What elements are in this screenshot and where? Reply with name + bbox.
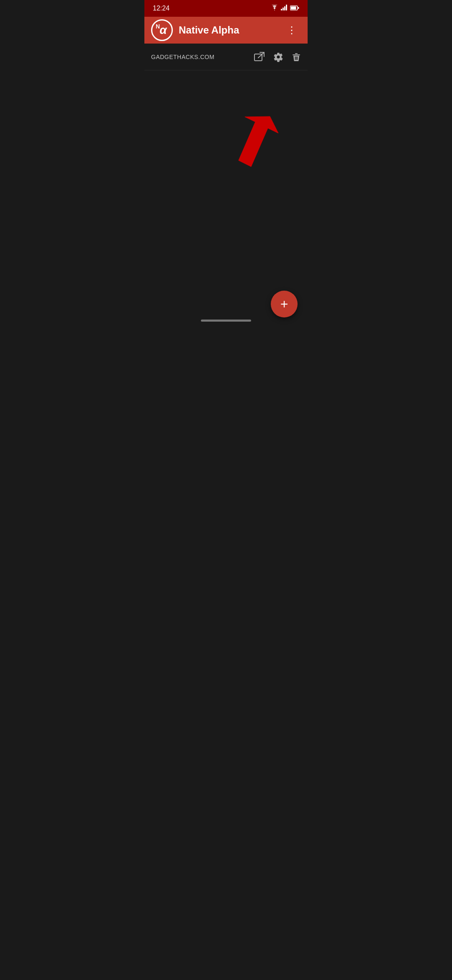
more-menu-button[interactable]: ⋮ [283,25,301,36]
app-title: Native Alpha [179,24,283,36]
site-url-label: GADGETHACKS.COM [151,54,254,60]
add-fab-icon: + [280,297,288,311]
app-bar: N α Native Alpha ⋮ [144,17,308,44]
wifi-icon [271,5,278,12]
app-logo: N α [151,19,173,41]
logo-alpha-symbol: α [159,23,167,37]
signal-icon [281,5,288,12]
svg-rect-3 [286,5,287,10]
battery-icon [290,5,299,12]
svg-marker-12 [239,116,278,167]
add-fab-button[interactable]: + [271,291,298,317]
status-icons [271,5,299,12]
logo-circle: N α [151,19,173,41]
logo-n-letter: N [156,23,160,30]
svg-rect-5 [291,7,296,10]
svg-rect-1 [282,8,284,10]
open-browser-button[interactable] [254,52,265,62]
list-container: GADGETHACKS.COM [144,44,308,70]
home-indicator [201,320,251,322]
main-content: + [144,70,308,326]
arrow-annotation [211,104,295,179]
delete-button[interactable] [292,52,301,62]
status-bar: 12:24 [144,0,308,17]
status-time: 12:24 [153,5,170,12]
settings-button[interactable] [273,52,283,62]
svg-rect-6 [298,7,299,9]
svg-rect-8 [293,54,300,55]
list-item-actions [254,52,301,62]
svg-rect-0 [281,9,282,10]
svg-rect-2 [284,6,285,10]
list-item: GADGETHACKS.COM [144,44,308,70]
